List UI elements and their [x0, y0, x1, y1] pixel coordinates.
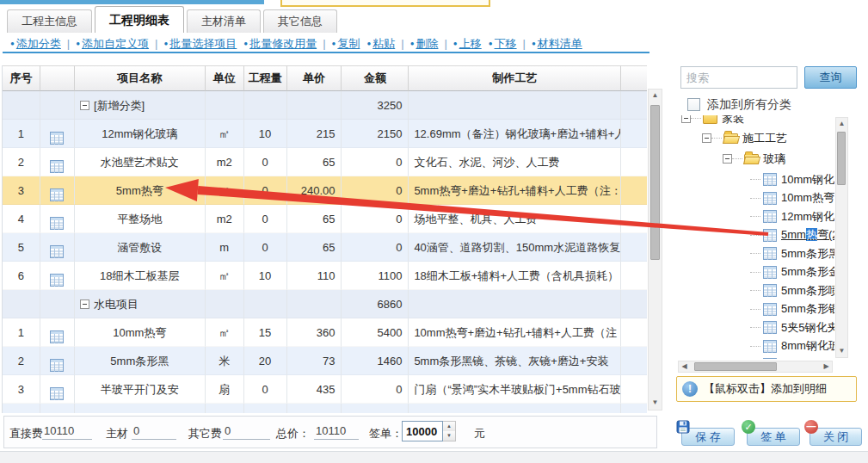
toolbar-link[interactable]: 添加分类 — [10, 37, 61, 50]
row-no — [3, 91, 40, 120]
toolbar-link[interactable]: 批量修改用量 — [243, 37, 317, 50]
toolbar-link[interactable]: 批量选择项目 — [163, 37, 237, 50]
table-row[interactable]: 5涵管敷设m065040涵管、道路切割、150mm水泥道路恢复、挖 — [3, 233, 647, 262]
detail-grid-icon[interactable] — [50, 132, 64, 145]
scroll-up-icon[interactable]: ▲ — [836, 118, 847, 130]
detail-grid-icon[interactable] — [50, 359, 64, 372]
toolbar-link[interactable]: 粘贴 — [366, 37, 395, 50]
tree-item-material[interactable]: 5mm条形黑 — [750, 244, 834, 262]
col-header-name[interactable]: 项目名称 — [75, 65, 206, 91]
tab-other-info[interactable]: 其它信息 — [263, 9, 337, 33]
detail-grid-icon[interactable] — [50, 387, 64, 400]
tree-item-material[interactable]: 8mm钢化玻 — [750, 337, 834, 355]
tree-item-material[interactable]: 10mm钢化玻 — [750, 170, 834, 188]
tree-item-material[interactable]: 5夹5钢化夹胶 — [750, 318, 834, 336]
col-header-unit[interactable]: 单位 — [206, 65, 244, 91]
group-row[interactable]: [新增分类]3250 — [3, 91, 647, 120]
table-row[interactable] — [3, 404, 647, 413]
detail-grid-icon[interactable] — [50, 245, 64, 258]
tree-item-material[interactable]: 5mm条形金 — [750, 263, 834, 281]
col-header-qty[interactable]: 工程量 — [244, 65, 287, 91]
tree-scrollbar-thumb[interactable] — [837, 132, 846, 185]
tree-item-root[interactable]: 家装 — [681, 115, 744, 127]
qty-cell: 10 — [244, 120, 287, 148]
col-header-no[interactable]: 序号 — [3, 65, 40, 91]
table-scrollbar-thumb[interactable] — [650, 105, 660, 260]
detail-grid-icon[interactable] — [50, 330, 64, 343]
table-row[interactable]: 3半玻平开门及安扇04350门扇（“景鸿”实木半玻贴板门+5mm钻石玻璃 — [3, 375, 647, 404]
stepper-up-icon[interactable]: ▲ — [443, 422, 455, 431]
tab-main-material-list[interactable]: 主材清单 — [187, 9, 261, 33]
direct-cost-value[interactable]: 10110 — [42, 423, 92, 440]
table-row[interactable]: 2水池壁艺术贴文m20650文化石、水泥、河沙、人工费 — [3, 148, 647, 176]
tab-project-detail-table[interactable]: 工程明细表 — [95, 6, 184, 33]
toolbar-link[interactable]: 复制 — [332, 37, 360, 50]
search-input[interactable] — [680, 66, 797, 89]
tree-item-construction-craft[interactable]: 施工工艺 — [702, 129, 787, 147]
col-header-icon[interactable] — [40, 65, 75, 91]
group-name: 水电项目 — [94, 290, 139, 318]
process-cell: 文化石、水泥、河沙、人工费 — [409, 148, 621, 176]
tree-item-partial[interactable] — [750, 355, 781, 359]
detail-grid-icon[interactable] — [50, 160, 64, 173]
tree-vertical-scrollbar[interactable]: ▲ ▼ — [835, 117, 848, 358]
tree-item-material[interactable]: 5mm热弯(24 — [750, 226, 834, 244]
table-row[interactable]: 618细木工板基层㎡10110110018细木工板+辅料+人工费（含机具损耗） — [3, 262, 647, 290]
stepper-down-icon[interactable]: ▼ — [443, 431, 455, 441]
other-cost-label: 其它费 — [188, 426, 222, 441]
add-to-all-categories-checkbox[interactable] — [687, 98, 700, 111]
table-row[interactable]: 110mm热弯㎡15360540010mm热弯+磨边+钻孔+辅料+人工费（注：单 — [3, 318, 647, 347]
toolbar-link[interactable]: 上移 — [453, 37, 482, 50]
tree-item-material[interactable]: 5mm条形银 — [750, 300, 834, 318]
main-material-value[interactable]: 0 — [132, 423, 176, 440]
name-cell — [75, 404, 206, 413]
tree-item-glass[interactable]: 玻璃 — [723, 150, 785, 168]
filler-cell — [621, 148, 647, 176]
table-row[interactable]: 112mm钢化玻璃㎡10215215012.69mm（备注）钢化玻璃+磨边+辅料… — [3, 120, 647, 148]
collapse-icon[interactable] — [80, 299, 89, 309]
detail-grid-icon[interactable] — [50, 188, 64, 201]
sign-order-button[interactable]: 签 单 — [747, 428, 800, 446]
table-row[interactable]: 25mm条形黑米207314605mm条形黑镜、茶镜、灰镜+磨边+安装 — [3, 347, 647, 375]
amount-cell — [342, 404, 409, 413]
sign-amount-input[interactable] — [402, 421, 443, 441]
collapse-icon[interactable] — [80, 101, 89, 110]
scroll-down-icon[interactable]: ▼ — [836, 345, 847, 357]
search-match-highlight: 热 — [806, 228, 817, 241]
item-name-cell: 平整场地 — [75, 205, 206, 233]
collapse-icon[interactable] — [702, 133, 711, 143]
tree-item-material[interactable]: 12mm钢化玻 — [750, 207, 834, 225]
collapse-icon[interactable] — [681, 115, 691, 123]
scroll-right-icon[interactable]: ▶ — [821, 361, 832, 372]
toolbar-link[interactable]: 下移 — [489, 37, 517, 50]
table-vertical-scrollbar[interactable]: ▲ ▼ — [648, 89, 662, 411]
detail-grid-icon[interactable] — [50, 217, 64, 230]
col-header-price[interactable]: 单价 — [287, 65, 342, 91]
col-header-amount[interactable]: 金额 — [342, 65, 409, 91]
col-header-process[interactable]: 制作工艺 — [409, 65, 621, 91]
scroll-down-icon[interactable]: ▼ — [649, 397, 662, 410]
tree-hscrollbar-thumb[interactable] — [694, 362, 777, 371]
group-row[interactable]: 水电项目6860 — [3, 290, 647, 318]
close-icon: — — [804, 420, 818, 434]
table-row[interactable]: 4平整场地m20650场地平整、机具、人工费 — [3, 205, 647, 233]
tree-item-material[interactable]: 5mm条形喷 — [750, 281, 834, 299]
other-cost-value[interactable]: 0 — [223, 423, 270, 440]
table-row[interactable]: 35mm热弯㎡0240.0005mm热弯+磨边+钻孔+辅料+人工费（注：单 — [3, 176, 647, 205]
detail-grid-icon[interactable] — [50, 274, 64, 287]
close-button[interactable]: 关 闭 — [810, 428, 862, 446]
tree-item-material[interactable]: 10mm热弯(3 — [750, 189, 834, 207]
app-window: 工程主信息 工程明细表 主材清单 其它信息 添加分类|添加自定义项|批量选择项目… — [0, 0, 868, 463]
toolbar: 添加分类|添加自定义项|批量选择项目批量修改用量|复制粘贴|删除|上移下移|材料… — [7, 36, 586, 52]
collapse-icon[interactable] — [723, 154, 732, 164]
tab-project-main-info[interactable]: 工程主信息 — [7, 9, 92, 33]
tree-horizontal-scrollbar[interactable]: ◀ ▶ — [678, 361, 833, 373]
query-button[interactable]: 查询 — [804, 66, 857, 89]
scroll-up-icon[interactable]: ▲ — [649, 90, 662, 102]
scroll-left-icon[interactable]: ◀ — [679, 361, 690, 372]
toolbar-link[interactable]: 材料清单 — [532, 37, 582, 50]
toolbar-link[interactable]: 添加自定义项 — [76, 37, 149, 50]
total-price-value[interactable]: 10110 — [314, 423, 359, 440]
toolbar-link[interactable]: 删除 — [410, 37, 439, 50]
amount-cell: 5400 — [342, 318, 409, 347]
